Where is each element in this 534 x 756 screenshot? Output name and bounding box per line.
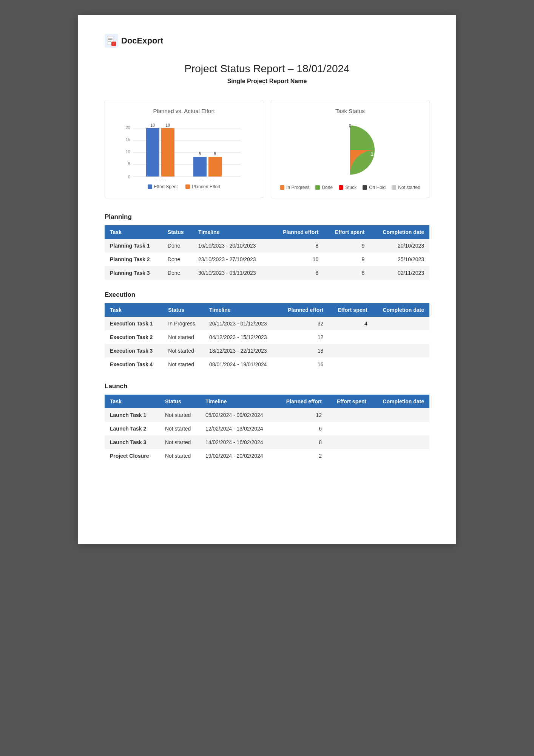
svg-text:0: 0 [349,123,352,129]
cell-task: Execution Task 3 [105,344,163,358]
cell-completion: 02/11/2023 [370,266,429,280]
cell-timeline: 30/10/2023 - 03/11/2023 [193,266,271,280]
cell-completion [372,422,429,435]
cell-task: Launch Task 1 [105,408,160,422]
table-row: Project ClosureNot started19/02/2024 - 2… [105,449,429,463]
legend-done: Done [315,185,333,190]
effort-spent-color [148,184,152,189]
col-header-task: Task [105,225,162,239]
table-row: Planning Task 1Done16/10/2023 - 20/10/20… [105,239,429,253]
svg-text:8: 8 [214,152,216,156]
cell-planned: 8 [271,239,324,253]
legend-in-progress: In Progress [280,185,309,190]
svg-text:18: 18 [165,123,170,127]
svg-text:1: 1 [370,151,373,157]
in-progress-label: In Progress [286,185,309,190]
cell-task: Execution Task 2 [105,330,163,344]
table-row: Planning Task 2Done23/10/2023 - 27/10/20… [105,253,429,266]
cell-status: In Progress [163,317,204,330]
pie-chart-box: Task Status 0 1 3 [271,100,429,198]
cell-task: Execution Task 4 [105,358,163,371]
stuck-label: Stuck [345,185,357,190]
cell-timeline: 23/10/2023 - 27/10/2023 [193,253,271,266]
on-hold-label: On Hold [369,185,386,190]
table-row: Launch Task 1Not started05/02/2024 - 09/… [105,408,429,422]
legend-not-started: Not started [392,185,420,190]
cell-task: Launch Task 3 [105,435,160,449]
nov-planned-effort-bar [208,157,222,177]
table-row: Launch Task 3Not started14/02/2024 - 16/… [105,435,429,449]
col-header-timeline: Timeline [200,395,276,408]
cell-spent: 9 [324,239,370,253]
cell-status: Not started [163,344,204,358]
cell-task: Project Closure [105,449,160,463]
cell-planned: 18 [278,344,329,358]
table-launch: TaskStatusTimelinePlanned effortEffort s… [105,395,429,463]
col-header-spent: Effort spent [329,303,372,317]
legend-effort-spent: Effort Spent [148,184,178,189]
cell-spent: 9 [324,253,370,266]
cell-completion [372,449,429,463]
legend-planned-effort: Planned Effort [185,184,221,189]
oct-effort-spent-bar [146,128,159,177]
pie-chart-area: 0 1 3 In Progress Done Stuck [279,120,421,190]
cell-timeline: 16/10/2023 - 20/10/2023 [193,239,271,253]
cell-spent [327,408,372,422]
section-title-planning: Planning [105,213,429,221]
table-row: Planning Task 3Done30/10/2023 - 03/11/20… [105,266,429,280]
cell-planned: 10 [271,253,324,266]
cell-spent [327,435,372,449]
svg-rect-3 [108,39,113,40]
svg-text:20: 20 [126,125,130,130]
pie-chart-title: Task Status [279,108,421,114]
cell-timeline: 19/02/2024 - 20/02/2024 [200,449,276,463]
cell-timeline: 12/02/2024 - 13/02/2024 [200,422,276,435]
cell-task: Planning Task 2 [105,253,162,266]
cell-task: Planning Task 3 [105,266,162,280]
col-header-completion: Completion date [370,225,429,239]
col-header-spent: Effort spent [324,225,370,239]
cell-completion [373,358,429,371]
cell-planned: 2 [276,449,327,463]
svg-text:18: 18 [150,123,155,127]
cell-spent: 8 [324,266,370,280]
section-title-execution: Execution [105,291,429,299]
table-row: Execution Task 2Not started04/12/2023 - … [105,330,429,344]
col-header-planned: Planned effort [276,395,327,408]
table-row: Execution Task 1In Progress20/11/2023 - … [105,317,429,330]
svg-text:10: 10 [126,149,130,154]
cell-planned: 8 [276,435,327,449]
svg-text:↑: ↑ [113,42,115,46]
cell-spent: 4 [329,317,372,330]
table-row: Execution Task 4Not started08/01/2024 - … [105,358,429,371]
col-header-task: Task [105,303,163,317]
planned-effort-label: Planned Effort [192,184,221,189]
cell-task: Planning Task 1 [105,239,162,253]
done-label: Done [322,185,333,190]
col-header-spent: Effort spent [327,395,372,408]
legend-stuck: Stuck [339,185,357,190]
pie-chart-svg: 0 1 3 [320,120,380,180]
col-header-timeline: Timeline [193,225,271,239]
cell-timeline: 14/02/2024 - 16/02/2024 [200,435,276,449]
cell-spent [329,330,372,344]
cell-completion [372,408,429,422]
oct-planned-effort-bar [161,128,174,177]
col-header-status: Status [162,225,193,239]
col-header-completion: Completion date [372,395,429,408]
table-execution: TaskStatusTimelinePlanned effortEffort s… [105,303,429,371]
cell-spent [329,344,372,358]
cell-completion: 25/10/2023 [370,253,429,266]
cell-completion [373,344,429,358]
col-header-task: Task [105,395,160,408]
svg-text:0: 0 [128,175,130,179]
effort-spent-label: Effort Spent [154,184,178,189]
pie-chart-legend: In Progress Done Stuck On Hold [280,185,420,190]
bar-chart-box: Planned vs. Actual Effort 0 5 10 15 20 [105,100,263,198]
bar-chart-legend: Effort Spent Planned Effort [113,184,255,189]
cell-status: Not started [163,358,204,371]
legend-on-hold: On Hold [363,185,386,190]
cell-status: Not started [160,449,200,463]
cell-spent [327,422,372,435]
col-header-completion: Completion date [373,303,429,317]
